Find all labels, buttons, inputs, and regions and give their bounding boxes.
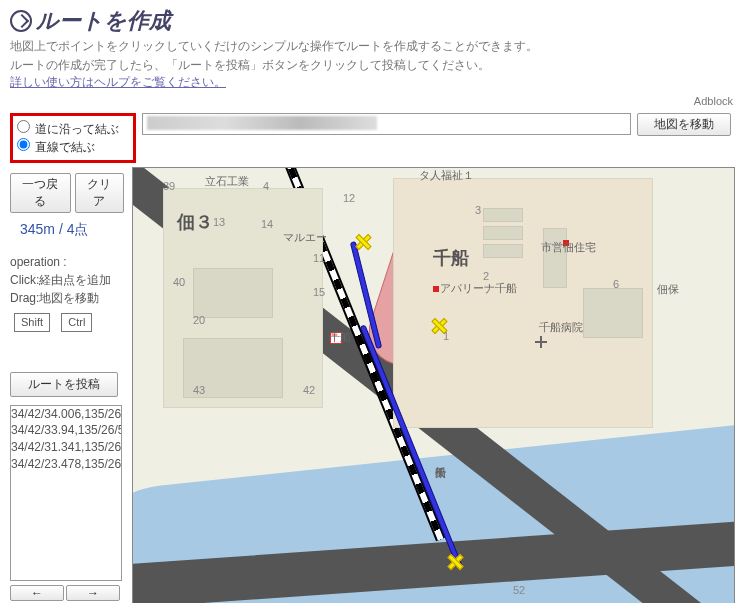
- block-number: 43: [193, 384, 205, 396]
- description-text-2: ルートの作成が完了したら、「ルートを投稿」ボタンをクリックして投稿してください。: [10, 57, 731, 74]
- undo-button[interactable]: 一つ戻る: [10, 173, 71, 213]
- building: [543, 228, 567, 288]
- block-number: 52: [513, 584, 525, 596]
- coord-row: 34/42/31.341,135/26: [11, 439, 121, 456]
- coordinates-list[interactable]: 34/42/34.006,135/26 34/42/33.94,135/26/5…: [10, 405, 122, 581]
- description-text: 地図上でポイントをクリックしていくだけのシンプルな操作でルートを作成することがで…: [10, 38, 731, 55]
- map-label: 千船病院: [539, 320, 583, 335]
- block-number: 3: [475, 204, 481, 216]
- map-label: タ人福祉１: [419, 168, 474, 183]
- operation-click-hint: Click:経由点を追加: [10, 271, 124, 289]
- block-number: 12: [343, 192, 355, 204]
- waypoint-marker[interactable]: [447, 554, 461, 568]
- arrow-circle-icon: [10, 10, 32, 32]
- building: [483, 244, 523, 258]
- coord-row: 34/42/33.94,135/26/5: [11, 422, 121, 439]
- move-map-button[interactable]: 地図を移動: [637, 113, 731, 136]
- block-number: 20: [193, 314, 205, 326]
- route-stats: 345m / 4点: [20, 221, 124, 239]
- map-station-label: 千船: [433, 246, 469, 270]
- help-link[interactable]: 詳しい使い方はヘルプをご覧ください。: [10, 75, 226, 89]
- block-number: 42: [303, 384, 315, 396]
- map-canvas[interactable]: + −: [132, 167, 735, 603]
- map-district-label: 佃３: [177, 210, 213, 234]
- hospital-icon: [535, 336, 547, 348]
- block-number: 13: [213, 216, 225, 228]
- connect-mode-radio-group: 道に沿って結ぶ 直線で結ぶ: [10, 113, 136, 163]
- map-label: 佃保: [657, 282, 679, 297]
- coord-row: 34/42/23.478,135/26: [11, 456, 121, 473]
- scroll-left-button[interactable]: ←: [10, 585, 64, 601]
- location-search-input[interactable]: [142, 113, 631, 135]
- shift-key-hint: Shift: [14, 313, 50, 332]
- radio-along-road[interactable]: 道に沿って結ぶ: [17, 120, 119, 138]
- building: [483, 226, 523, 240]
- block-number: 4: [263, 180, 269, 192]
- map-label: マルエー: [283, 230, 327, 245]
- operation-title: operation :: [10, 253, 124, 271]
- poi-icon: [433, 286, 439, 292]
- map-label: 千船: [329, 330, 351, 345]
- map-label: アパリーナ千船: [440, 281, 517, 296]
- waypoint-marker[interactable]: [355, 234, 369, 248]
- building: [583, 288, 643, 338]
- block-number: 6: [613, 278, 619, 290]
- scroll-right-button[interactable]: →: [66, 585, 120, 601]
- radio-straight-line[interactable]: 直線で結ぶ: [17, 138, 119, 156]
- map-label: 市営佃住宅: [541, 240, 596, 255]
- block-number: 14: [261, 218, 273, 230]
- post-route-button[interactable]: ルートを投稿: [10, 372, 118, 397]
- block-number: 2: [483, 270, 489, 282]
- adblock-label: Adblock: [0, 95, 733, 107]
- block-number: 15: [313, 286, 325, 298]
- block-number: 39: [163, 180, 175, 192]
- ctrl-key-hint: Ctrl: [61, 313, 92, 332]
- page-title: ルートを作成: [10, 6, 731, 36]
- block-number: 40: [173, 276, 185, 288]
- map-label: 立石工業: [205, 174, 249, 189]
- clear-button[interactable]: クリア: [75, 173, 124, 213]
- building: [483, 208, 523, 222]
- building: [193, 268, 273, 318]
- block-number: 1: [443, 330, 449, 342]
- coord-row: 34/42/34.006,135/26: [11, 406, 121, 423]
- block-number: 11: [313, 252, 325, 264]
- operation-drag-hint: Drag:地図を移動: [10, 289, 124, 307]
